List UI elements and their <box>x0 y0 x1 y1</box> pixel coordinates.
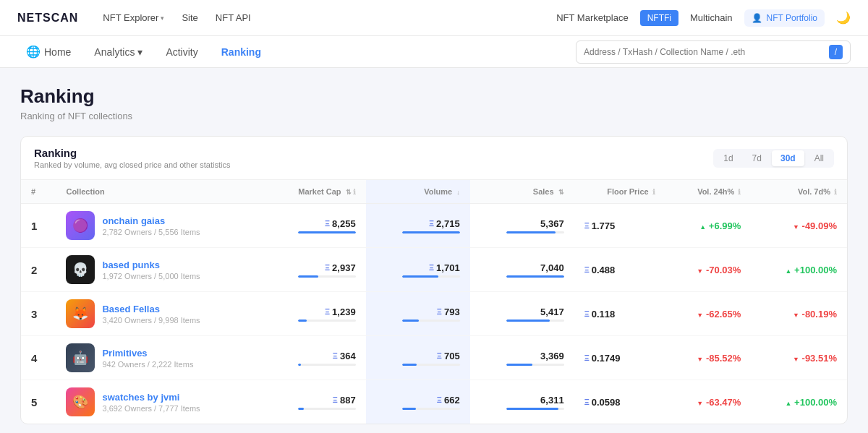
nav-ranking[interactable]: Ranking <box>213 42 270 62</box>
volume-value: Ξ2,715 <box>429 218 460 229</box>
vol7d-info-icon[interactable]: ℹ <box>834 188 837 196</box>
rank-cell: 3 <box>21 292 56 336</box>
search-bar: / <box>576 40 851 64</box>
volume-value: Ξ705 <box>437 351 460 361</box>
eth-icon: Ξ <box>429 263 434 272</box>
sales-value: 5,417 <box>540 306 564 317</box>
home-icon: 🌐 <box>26 45 41 59</box>
vol24h-value: ▼ -70.03% <box>697 265 741 275</box>
collection-name[interactable]: swatches by jvmi <box>102 392 179 403</box>
sales-bar <box>506 275 564 278</box>
collection-name[interactable]: based punks <box>102 260 159 270</box>
arrow-up-icon: ▲ <box>786 400 792 407</box>
nav-activity[interactable]: Activity <box>157 42 206 62</box>
portfolio-button[interactable]: 👤 NFT Portfolio <box>744 9 825 27</box>
chevron-icon: ▾ <box>161 14 164 22</box>
sales-bar <box>506 320 564 322</box>
sales-bar <box>506 408 564 410</box>
vol7d-value: ▼ -93.51% <box>793 353 837 364</box>
collection-meta: 3,692 Owners / 7,777 Items <box>102 404 200 413</box>
eth-icon: Ξ <box>437 395 442 404</box>
marketcap-cell: Ξ887 <box>262 380 366 424</box>
volume-bar-fill <box>402 320 419 322</box>
nft-marketplace-link[interactable]: NFT Marketplace <box>556 12 628 23</box>
col-sales: Sales ⇅ <box>470 180 574 204</box>
logo[interactable]: NETSCAN <box>17 12 78 25</box>
collection-meta: 942 Owners / 2,222 Items <box>102 360 193 369</box>
eth-icon: Ξ <box>584 309 590 318</box>
theme-toggle[interactable]: 🌙 <box>836 11 851 25</box>
multichain-link[interactable]: Multichain <box>690 12 733 23</box>
volume-bar <box>402 408 460 410</box>
col-vol24h: Vol. 24h% ℹ <box>665 180 752 204</box>
marketcap-bar-fill <box>298 364 301 366</box>
volume-bar-fill <box>402 408 416 410</box>
nft-explorer-link[interactable]: NFT Explorer ▾ <box>95 8 171 27</box>
rank-cell: 5 <box>21 380 56 424</box>
top-nav-links: NFT Explorer ▾ Site NFT API <box>95 8 258 27</box>
sales-bar-fill <box>506 275 564 278</box>
vol24h-info-icon[interactable]: ℹ <box>738 188 741 196</box>
arrow-down-icon: ▼ <box>793 312 799 319</box>
collection-name[interactable]: Based Fellas <box>102 304 160 314</box>
collection-name[interactable]: onchain gaias <box>102 215 165 226</box>
sales-value: 5,367 <box>540 218 564 229</box>
arrow-down-icon: ▼ <box>697 356 703 363</box>
collection-info: swatches by jvmi 3,692 Owners / 7,777 It… <box>102 392 200 413</box>
top-nav: NETSCAN NFT Explorer ▾ Site NFT API NFT … <box>0 0 868 36</box>
volume-cell: Ξ705 <box>366 336 470 380</box>
marketcap-bar <box>298 231 356 233</box>
period-1d[interactable]: 1d <box>715 150 741 166</box>
table-row: 3 🦊 Based Fellas 3,420 Owners / 9,998 It… <box>21 292 847 336</box>
search-input[interactable] <box>584 47 825 57</box>
marketcap-bar-fill <box>298 231 356 233</box>
arrow-up-icon: ▲ <box>699 223 706 231</box>
avatar-emoji: 🎨 <box>72 394 88 410</box>
floor-cell: Ξ0.1749 <box>574 336 665 380</box>
eth-icon: Ξ <box>584 265 590 274</box>
nft-api-link[interactable]: NFT API <box>208 8 258 27</box>
marketcap-info-icon[interactable]: ℹ <box>353 188 356 196</box>
volume-bar-fill <box>402 364 417 366</box>
rank-number: 3 <box>31 308 37 320</box>
marketcap-bar-fill <box>298 408 305 410</box>
table-row: 5 🎨 swatches by jvmi 3,692 Owners / 7,77… <box>21 380 847 424</box>
vol7d-value: ▼ -80.19% <box>793 309 837 320</box>
collection-avatar: 🤖 <box>66 343 95 372</box>
rank-number: 2 <box>31 264 37 276</box>
site-link[interactable]: Site <box>174 8 205 27</box>
table-row: 4 🤖 Primitives 942 Owners / 2,222 Items … <box>21 336 847 380</box>
collection-info: based punks 1,972 Owners / 5,000 Items <box>102 260 200 280</box>
avatar-emoji: 🦊 <box>72 306 88 322</box>
vol24h-cell: ▼ -85.52% <box>665 336 752 380</box>
eth-icon: Ξ <box>333 351 338 360</box>
vol24h-cell: ▼ -63.47% <box>665 380 752 424</box>
arrow-down-icon: ▼ <box>697 400 703 407</box>
sales-value: 3,369 <box>540 351 564 361</box>
collection-cell: 🦊 Based Fellas 3,420 Owners / 9,998 Item… <box>56 292 261 336</box>
nftfi-link[interactable]: NFTFi <box>640 10 678 26</box>
floor-info-icon[interactable]: ℹ <box>652 188 655 196</box>
eth-icon: Ξ <box>333 395 338 404</box>
floor-value: Ξ0.118 <box>584 309 655 320</box>
rank-number: 1 <box>31 220 37 232</box>
marketcap-bar <box>298 275 356 278</box>
period-7d[interactable]: 7d <box>744 150 770 166</box>
nav-activity-label: Activity <box>166 46 197 58</box>
period-all[interactable]: All <box>806 150 833 166</box>
col-floorprice: Floor Price ℹ <box>574 180 665 204</box>
sales-bar <box>506 231 564 233</box>
marketcap-cell: Ξ1,239 <box>262 292 366 336</box>
marketcap-bar-fill <box>298 275 318 278</box>
nav-analytics-label: Analytics <box>94 46 135 58</box>
collection-name[interactable]: Primitives <box>102 348 147 359</box>
nav-home[interactable]: 🌐 Home <box>17 40 80 63</box>
vol24h-cell: ▲ +6.99% <box>665 204 752 248</box>
nav-analytics[interactable]: Analytics ▾ <box>85 42 151 62</box>
rank-number: 4 <box>31 352 37 364</box>
marketcap-value: Ξ1,239 <box>325 306 356 317</box>
vol7d-cell: ▼ -80.19% <box>751 292 847 336</box>
search-button[interactable]: / <box>829 45 843 59</box>
period-30d[interactable]: 30d <box>772 150 804 166</box>
arrow-up-icon: ▲ <box>786 267 792 275</box>
